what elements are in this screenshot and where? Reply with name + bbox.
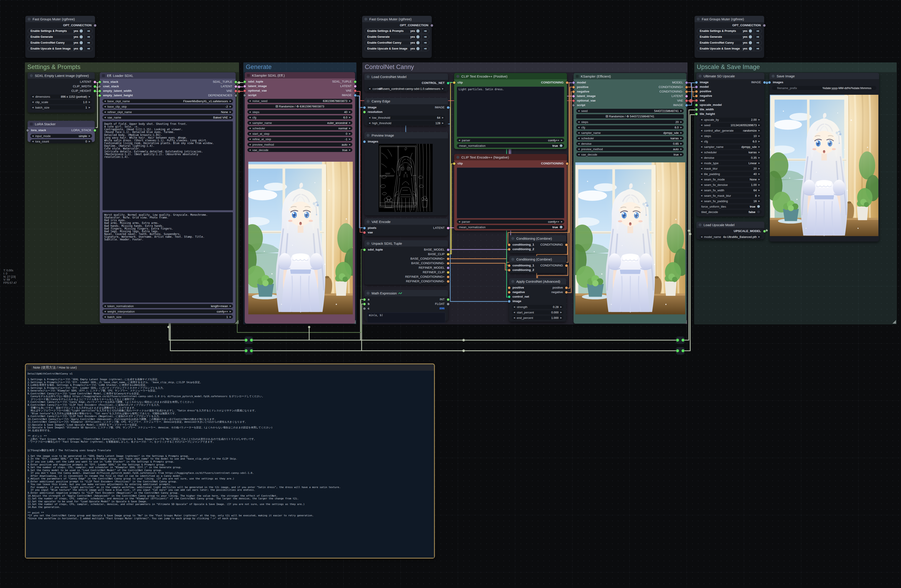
node-collapse-icon[interactable] — [511, 237, 514, 240]
node-collapse-icon[interactable] — [511, 280, 514, 283]
reroute-node[interactable] — [676, 347, 684, 355]
widget-increment-arrow-icon[interactable]: ▶ — [228, 310, 233, 312]
widget-refine_at_step[interactable]: ◀refine_at_step-1▶ — [248, 137, 352, 141]
node-titlebar-load-upscale-model[interactable]: Load Upscale Model — [696, 221, 764, 228]
output-slot-LORA_STACK[interactable] — [94, 129, 96, 132]
output-slot-CLIP_HEIGHT[interactable] — [94, 90, 96, 92]
prompt-textarea[interactable]: min(a, b) — [367, 312, 445, 323]
node-collapse-icon[interactable] — [247, 74, 250, 77]
jump-to-group-arrow-icon[interactable]: ➡ — [85, 35, 92, 39]
widget-preview_method[interactable]: ◀preview_methodauto▶ — [576, 147, 684, 151]
mute-toggle-enable-upscale-save-image[interactable]: Enable Upscale & Save Imageyes➡ — [697, 46, 762, 51]
widget-decrement-arrow-icon[interactable]: ◀ — [248, 138, 253, 140]
input-slot-vae[interactable] — [695, 99, 698, 102]
jump-to-group-arrow-icon[interactable]: ➡ — [754, 29, 762, 33]
widget-increment-arrow-icon[interactable]: ▶ — [679, 148, 684, 150]
widget-decrement-arrow-icon[interactable]: ◀ — [103, 105, 108, 108]
widget-denoise[interactable]: ◀denoise0.65▶ — [576, 142, 684, 146]
mute-toggle-dot[interactable] — [749, 30, 752, 33]
widget-increment-arrow-icon[interactable]: ▶ — [757, 129, 762, 132]
output-slot-LATENT[interactable] — [94, 81, 96, 83]
widget-increment-arrow-icon[interactable]: ▶ — [228, 111, 233, 113]
input-slot-vae[interactable] — [363, 231, 366, 234]
output-slot-VAE[interactable] — [234, 90, 237, 92]
input-slot-lora_stack[interactable] — [98, 81, 101, 83]
widget-control[interactable]: ◀controldiffusers_controlnet-canny-sdxl-… — [367, 87, 445, 91]
widget-decrement-arrow-icon[interactable]: ◀ — [699, 236, 704, 238]
widget-lora_count[interactable]: ◀lora_count0▶ — [30, 139, 92, 143]
input-slot-script[interactable] — [243, 94, 246, 97]
input-slot-a[interactable] — [363, 298, 366, 301]
widget-scheduler[interactable]: ◀schedulerkarras▶ — [576, 136, 684, 140]
output-slot-REFINER_CONDITIONING+[interactable] — [447, 276, 449, 278]
widget-model_name[interactable]: ◀model_name4x-UltraMix_Balanced.pth▶ — [699, 235, 762, 239]
widget-seed[interactable]: ◀seed544372158648741▶ — [576, 109, 684, 113]
widget-increment-arrow-icon[interactable]: ▶ — [348, 111, 352, 113]
widget-decrement-arrow-icon[interactable]: ◀ — [512, 311, 517, 313]
widget-noise_seed[interactable]: ◀noise_seed636159676603873▶ — [248, 99, 352, 103]
widget-decrement-arrow-icon[interactable]: ◀ — [103, 310, 108, 312]
node-collapse-icon[interactable] — [366, 75, 369, 78]
output-slot-IMAGE[interactable] — [763, 81, 766, 84]
node-collapse-icon[interactable] — [30, 123, 33, 126]
input-slot-positive[interactable] — [572, 86, 575, 89]
widget-increment-arrow-icon[interactable]: ▶ — [559, 311, 564, 313]
widget-increment-arrow-icon[interactable]: ▶ — [228, 105, 233, 108]
widget-increment-arrow-icon[interactable]: ▶ — [228, 305, 233, 307]
node-titlebar-canny-edge[interactable]: Canny Edge — [364, 98, 448, 104]
widget-increment-arrow-icon[interactable]: ▶ — [757, 151, 762, 153]
widget-batch_size[interactable]: ◀batch_size1▶ — [103, 315, 233, 319]
node-clip-text-encode-negative[interactable]: CLIP Text Encode++ (Negative)clipCONDITI… — [454, 154, 567, 231]
widget-decrement-arrow-icon[interactable]: ◀ — [512, 306, 517, 308]
widget-increment-arrow-icon[interactable]: ▶ — [228, 100, 233, 102]
widget-increment-arrow-icon[interactable]: ▶ — [440, 87, 445, 90]
widget-increment-arrow-icon[interactable]: ▶ — [679, 142, 684, 145]
jump-to-group-arrow-icon[interactable]: ➡ — [422, 29, 429, 33]
widget-steps[interactable]: ◀steps10▶ — [699, 134, 762, 138]
input-slot-pixels[interactable] — [363, 227, 366, 229]
widget-seam_fix_denoise[interactable]: ◀seam_fix_denoise1.00▶ — [699, 183, 762, 187]
widget-increment-arrow-icon[interactable]: ▶ — [440, 117, 445, 119]
node-titlebar-ultimate-sd-upscale[interactable]: Ultimate SD Upscale — [696, 73, 764, 79]
mute-toggle-enable-settings-prompts[interactable]: Enable Settings & Promptsyes➡ — [364, 28, 429, 33]
widget-decrement-arrow-icon[interactable]: ◀ — [699, 200, 704, 202]
widget-increment-arrow-icon[interactable]: ▶ — [679, 132, 684, 134]
node-titlebar-sdxl-empty-latent[interactable]: SDXL Empty Latent Image (rgthree) — [28, 72, 95, 79]
node-unpack-sdxl-tuple[interactable]: Unpack SDXL Tuplesdxl_tupleBASE_MODELBAS… — [364, 240, 448, 285]
output-slot-IMAGE[interactable] — [447, 106, 449, 109]
toggle-tiled_decode[interactable]: tiled_decodefalse — [699, 210, 762, 214]
input-slot-tile_height[interactable] — [695, 113, 698, 115]
widget-increment-arrow-icon[interactable]: ▶ — [679, 121, 684, 123]
input-slot-control_net[interactable] — [508, 296, 510, 298]
widget-increment-arrow-icon[interactable]: ▶ — [348, 116, 352, 119]
output-slot-BASE_CLIP[interactable] — [447, 253, 449, 256]
output-slot-REFINER_CONDITIONING-[interactable] — [447, 280, 449, 283]
widget-increment-arrow-icon[interactable]: ▶ — [348, 122, 352, 124]
widget-seam_fix_mask_blur[interactable]: ◀seam_fix_mask_blur8▶ — [699, 193, 762, 198]
mute-toggle-dot[interactable] — [749, 47, 752, 50]
output-slot-CONDITIONING[interactable] — [565, 243, 567, 246]
prompt-textarea[interactable]: Light particles. Satin dress. — [457, 87, 564, 137]
widget-weight_interpretation[interactable]: ◀weight_interpretationcomfy++▶ — [103, 309, 233, 313]
node-conditioning-combine-1[interactable]: Conditioning (Combine)conditioning_1COND… — [509, 235, 566, 253]
node-collapse-icon[interactable] — [772, 75, 775, 78]
widget-strength[interactable]: ◀strength0.28▶ — [512, 305, 564, 309]
input-slot-script[interactable] — [572, 104, 575, 106]
input-slot-negative[interactable] — [695, 95, 698, 97]
toggle-force_uniform_tiles[interactable]: force_uniform_tilestrue — [699, 204, 762, 209]
node-lora-stacker[interactable]: LoRA Stackerlora_stackLORA_STACK◀input_m… — [28, 121, 95, 142]
widget-token_normalization[interactable]: ◀token_normalizationlength+mean▶ — [103, 304, 233, 308]
widget-base_ckpt_name[interactable]: ◀base_ckpt_nameFlowerMixBerryXL_v1.safet… — [103, 99, 233, 103]
widget-increment-arrow-icon[interactable]: ▶ — [348, 149, 352, 151]
widget-increment-arrow-icon[interactable]: ▶ — [679, 137, 684, 139]
output-slot-OPT_CONNECTION[interactable] — [763, 24, 765, 27]
widget-mask_blur[interactable]: ◀mask_blur20▶ — [699, 167, 762, 170]
widget-scheduler[interactable]: ◀schedulernormal▶ — [248, 126, 352, 130]
node-titlebar-ksampler-sdxl-eff[interactable]: KSampler SDXL (Eff.) — [245, 72, 355, 78]
widget-start_at_step[interactable]: ◀start_at_step0▶ — [248, 132, 352, 136]
widget-increment-arrow-icon[interactable]: ▶ — [679, 126, 684, 128]
widget-clip_scale[interactable]: ◀clip_scale1.0▶ — [30, 100, 92, 104]
node-eff-loader-sdxl[interactable]: Eff. Loader SDXLlora_stackSDXL_TUPLEcnet… — [100, 72, 235, 323]
widget-increment-arrow-icon[interactable]: ▶ — [757, 184, 762, 186]
node-sdxl-empty-latent[interactable]: SDXL Empty Latent Image (rgthree)LATENTC… — [28, 72, 95, 112]
